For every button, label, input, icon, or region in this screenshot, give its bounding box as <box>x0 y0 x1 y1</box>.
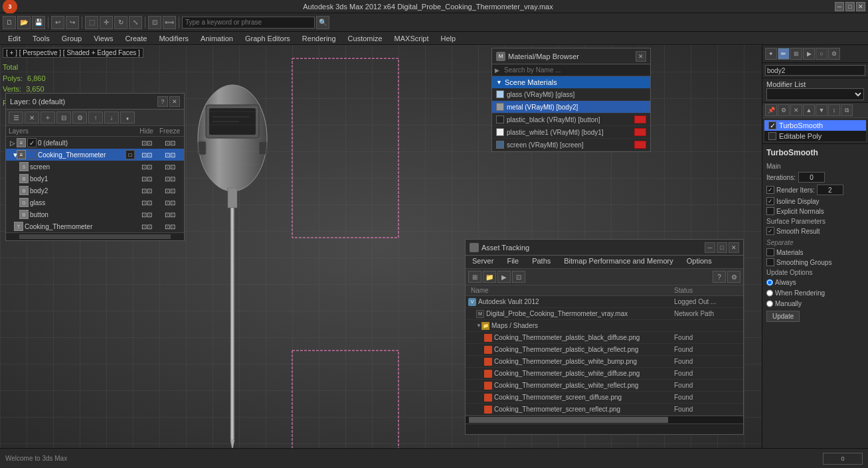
redo-button[interactable]: ↪ <box>66 16 79 29</box>
layer-move-down-btn[interactable]: ↓ <box>104 112 119 123</box>
asset-scrollbar[interactable] <box>466 416 743 424</box>
copy-icon[interactable]: ⧉ <box>841 104 853 116</box>
layer-new-btn[interactable]: + <box>41 112 55 123</box>
select-button[interactable]: ⬚ <box>85 16 98 29</box>
when-rendering-radio[interactable] <box>766 289 773 297</box>
rotate-button[interactable]: ↻ <box>114 16 128 29</box>
at-menu-server[interactable]: Server <box>466 256 500 268</box>
open-button[interactable]: 📂 <box>17 16 31 29</box>
down-icon[interactable]: ▼ <box>816 104 827 116</box>
layer-close-btn[interactable]: ✕ <box>169 96 180 107</box>
at-menu-options[interactable]: Options <box>680 256 719 268</box>
layer-row-body2[interactable]: B body2 ⊡⊡ ⊡⊡ <box>6 185 184 196</box>
pin-stack-icon[interactable]: 📌 <box>765 104 777 116</box>
minimize-button[interactable]: ─ <box>835 2 844 11</box>
snap-button[interactable]: ⊡ <box>148 16 161 29</box>
manually-radio[interactable] <box>766 299 773 308</box>
isoline-checkbox[interactable] <box>766 197 774 205</box>
display-icon[interactable]: ○ <box>816 48 827 60</box>
menu-maxscript[interactable]: MAXScript <box>389 33 434 44</box>
menu-help[interactable]: Help <box>436 33 462 44</box>
move-icon[interactable]: ↕ <box>828 104 840 116</box>
always-radio[interactable] <box>766 278 773 287</box>
layer-help-btn[interactable]: ? <box>157 96 168 107</box>
new-button[interactable]: 🗋 <box>3 16 16 29</box>
iterations-input[interactable] <box>798 172 825 183</box>
undo-button[interactable]: ↩ <box>51 16 64 29</box>
at-row-plastic-white-reflect[interactable]: Cooking_Thermometer_plastic_white_reflec… <box>466 380 743 392</box>
menu-tools[interactable]: Tools <box>27 33 55 44</box>
material-search-input[interactable] <box>504 66 648 74</box>
hierarchy-icon[interactable]: ⊞ <box>790 48 802 60</box>
at-row-plastic-black-diffuse[interactable]: Cooking_Thermometer_plastic_black_diffus… <box>466 332 743 344</box>
smoothing-checkbox[interactable] <box>766 258 774 266</box>
layer-view-btn[interactable]: ☰ <box>9 112 23 123</box>
modify-icon active[interactable]: ✏ <box>778 48 790 60</box>
material-browser-close-btn[interactable]: ✕ <box>636 51 646 62</box>
config-icon[interactable]: ⚙ <box>778 104 790 116</box>
menu-graph-editors[interactable]: Graph Editors <box>240 33 296 44</box>
layer-add-btn[interactable]: ✕ <box>25 112 39 123</box>
material-plastic-white[interactable]: plastic_white1 (VRayMtl) [body1] <box>492 126 650 139</box>
material-glass[interactable]: glass (VRayMtl) [glass] <box>492 88 650 101</box>
menu-views[interactable]: Views <box>88 33 118 44</box>
at-tool-3[interactable]: ▶ <box>497 271 511 283</box>
layer-row-body1[interactable]: B body1 ⊡⊡ ⊡⊡ <box>6 173 184 185</box>
at-row-maps-folder[interactable]: ▼ 📁 Maps / Shaders <box>466 320 743 332</box>
at-maximize-btn[interactable]: □ <box>717 242 727 253</box>
at-close-btn[interactable]: ✕ <box>729 242 739 253</box>
menu-modifiers[interactable]: Modifiers <box>153 33 194 44</box>
at-minimize-btn[interactable]: ─ <box>705 242 715 253</box>
layer-row-cooking-thermo[interactable]: ▼ ≡ Cooking_Thermometer □ ⊡⊡ ⊡⊡ <box>6 149 184 161</box>
at-menu-paths[interactable]: Paths <box>525 256 557 268</box>
modifier-editable-poly[interactable]: Editable Poly <box>764 131 866 141</box>
material-plastic-black[interactable]: plastic_black (VRayMtl) [button] <box>492 114 650 126</box>
layer-settings-btn[interactable]: ⚙ <box>72 112 87 123</box>
object-name-input[interactable] <box>765 65 865 76</box>
layer-row-button[interactable]: B button ⊡⊡ ⊡⊡ <box>6 208 184 220</box>
scene-materials-header[interactable]: ▼ Scene Materials <box>492 76 650 88</box>
create-icon[interactable]: ✦ <box>765 48 777 60</box>
menu-edit[interactable]: Edit <box>3 33 26 44</box>
layer-delete-btn[interactable]: ⊟ <box>56 112 71 123</box>
menu-customize[interactable]: Customize <box>343 33 388 44</box>
update-button[interactable]: Update <box>766 311 800 322</box>
editpoly-checkbox[interactable] <box>768 132 776 140</box>
explicit-checkbox[interactable] <box>766 207 774 215</box>
layer-row-glass[interactable]: G glass ⊡⊡ ⊡⊡ <box>6 196 184 208</box>
at-row-screen-reflect[interactable]: Cooking_Thermometer_screen_reflect.png F… <box>466 404 743 416</box>
move-button[interactable]: ✛ <box>100 16 113 29</box>
at-tool-help[interactable]: ? <box>713 271 726 283</box>
at-row-screen-diffuse[interactable]: Cooking_Thermometer_screen_diffuse.png F… <box>466 392 743 404</box>
at-tool-settings[interactable]: ⚙ <box>727 271 740 283</box>
at-row-plastic-black-reflect[interactable]: Cooking_Thermometer_plastic_black_reflec… <box>466 344 743 356</box>
save-button[interactable]: 💾 <box>32 16 45 29</box>
asset-scroll-thumb[interactable] <box>469 417 668 423</box>
material-metal[interactable]: metal (VRayMtl) [body2] <box>492 101 650 114</box>
layer-row-default[interactable]: ▷ ≡ ✓ 0 (default) ⊡⊡ ⊡⊡ <box>6 137 184 149</box>
at-tool-2[interactable]: 📁 <box>483 271 496 283</box>
at-menu-bitmap-perf[interactable]: Bitmap Performance and Memory <box>557 256 679 268</box>
delete-mod-icon[interactable]: ✕ <box>790 104 802 116</box>
menu-create[interactable]: Create <box>120 33 152 44</box>
menu-rendering[interactable]: Rendering <box>297 33 341 44</box>
at-row-plastic-white-bump[interactable]: Cooking_Thermometer_plastic_white_bump.p… <box>466 356 743 368</box>
materials-checkbox[interactable] <box>766 248 774 256</box>
turbosmooth-checkbox[interactable]: ✓ <box>768 121 776 129</box>
menu-animation[interactable]: Animation <box>195 33 238 44</box>
layer-move-up-btn[interactable]: ↑ <box>88 112 103 123</box>
render-iters-checkbox[interactable] <box>766 186 774 194</box>
at-tool-4[interactable]: ⊡ <box>512 271 525 283</box>
layer-row-screen[interactable]: S screen ⊡⊡ ⊡⊡ <box>6 161 184 173</box>
motion-icon[interactable]: ▶ <box>803 48 815 60</box>
at-row-plastic-white-diffuse[interactable]: Cooking_Thermometer_plastic_white_diffus… <box>466 368 743 380</box>
layer-row-cooking-thermo2[interactable]: T Cooking_Thermometer ⊡⊡ ⊡⊡ <box>6 220 184 232</box>
at-row-max-file[interactable]: M Digital_Probe_Cooking_Thermometer_vray… <box>466 308 743 320</box>
modifier-turbosmooth[interactable]: ✓ TurboSmooth <box>764 120 866 131</box>
search-input[interactable] <box>182 17 315 29</box>
time-slider[interactable]: 0 <box>823 453 863 465</box>
search-button[interactable]: 🔍 <box>316 16 329 29</box>
smooth-result-checkbox[interactable] <box>766 227 774 235</box>
close-button[interactable]: ✕ <box>856 2 865 11</box>
window-controls[interactable]: ─ □ ✕ <box>835 2 865 11</box>
